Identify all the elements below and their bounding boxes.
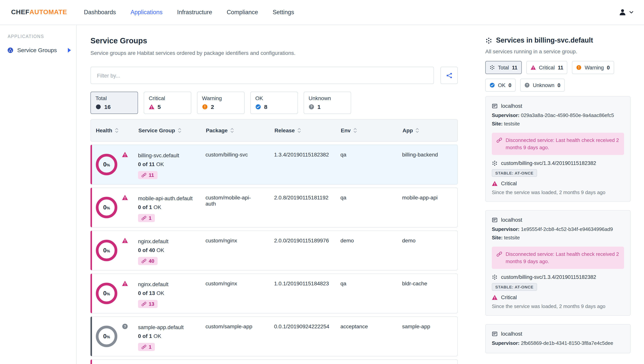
column-header-service-group[interactable]: Service Group bbox=[138, 127, 206, 134]
status-card-ok[interactable]: OK 8 bbox=[250, 92, 298, 114]
user-menu[interactable] bbox=[618, 8, 633, 17]
ok-count-line: 0 of 13 OK bbox=[138, 289, 194, 297]
table-row[interactable]: 0 % nginx.default 0 of 13 OK 1 bbox=[90, 273, 458, 313]
service-group-cell: nginx.default 0 of 40 OK 40 bbox=[138, 236, 206, 265]
column-header-release[interactable]: Release bbox=[274, 127, 341, 134]
nav-dashboards[interactable]: Dashboards bbox=[84, 9, 116, 16]
package-cell: custom/sample-app bbox=[206, 322, 274, 351]
package-cell: custom/nginx bbox=[206, 236, 274, 265]
status-card-count: 2 bbox=[211, 104, 214, 110]
health-status-row: Critical bbox=[492, 181, 624, 186]
sort-icon[interactable] bbox=[298, 128, 301, 133]
env-cell: qa bbox=[340, 279, 402, 308]
supervisor-label: Supervisor: bbox=[492, 226, 520, 232]
chip-critical[interactable]: Critical 11 bbox=[526, 61, 568, 74]
status-card-label: Critical bbox=[149, 95, 186, 101]
chip-total[interactable]: Total 11 bbox=[485, 61, 522, 74]
broken-link-icon bbox=[142, 258, 146, 263]
badge-count: 11 bbox=[149, 172, 154, 178]
service-group-cell: mobile-api-auth.default 0 of 1 OK 1 bbox=[138, 193, 206, 222]
ok-count: 0 of 13 bbox=[138, 290, 155, 296]
ok-count: 0 of 40 bbox=[138, 247, 155, 253]
column-label: Service Group bbox=[138, 127, 175, 134]
table-row[interactable]: 0 % mobile-api-auth.default 0 of 1 OK bbox=[90, 188, 458, 227]
table-row-partial[interactable] bbox=[90, 359, 458, 364]
chip-label: OK bbox=[498, 82, 506, 88]
app-cell: bldr-cache bbox=[402, 279, 457, 308]
chip-label: Total bbox=[498, 65, 509, 70]
service-group-name: mobile-api-auth.default bbox=[138, 194, 194, 202]
app-viewport: CHEFAUTOMATE Dashboards Applications Inf… bbox=[0, 0, 644, 364]
nav-settings[interactable]: Settings bbox=[272, 9, 294, 16]
sort-icon[interactable] bbox=[230, 128, 234, 133]
percent-sign: % bbox=[106, 335, 110, 339]
status-card-label: Unknown bbox=[308, 95, 346, 101]
ok-icon bbox=[490, 83, 495, 88]
service-card[interactable]: localhost Supervisor: 029a3a8a-20ac-4590… bbox=[485, 96, 630, 202]
column-header-package[interactable]: Package bbox=[206, 127, 274, 134]
sort-icon[interactable] bbox=[115, 128, 118, 133]
sidebar-item-service-groups[interactable]: Service Groups bbox=[0, 45, 76, 56]
sort-icon[interactable] bbox=[416, 128, 419, 133]
panel-status-chips: Total 11 Critical 11 Warning 0 OK 0 bbox=[485, 61, 623, 92]
status-card-unknown[interactable]: Unknown 1 bbox=[304, 92, 351, 114]
service-group-name: nginx.default bbox=[138, 280, 194, 288]
table-row[interactable]: 0 % sample-app.default 0 of 1 OK bbox=[90, 316, 458, 356]
table-row[interactable]: 0 % billing-svc.default 0 of 11 OK bbox=[90, 145, 458, 184]
chip-unknown[interactable]: Unknown 0 bbox=[520, 79, 565, 92]
nav-compliance[interactable]: Compliance bbox=[227, 9, 258, 16]
nav-applications[interactable]: Applications bbox=[130, 9, 162, 16]
broken-link-icon bbox=[142, 216, 146, 221]
chip-label: Warning bbox=[585, 65, 604, 70]
broken-link-icon bbox=[496, 251, 502, 257]
brand-logo[interactable]: CHEFAUTOMATE bbox=[11, 9, 67, 16]
env-cell: acceptance bbox=[340, 322, 402, 351]
column-header-health[interactable]: Health bbox=[91, 127, 138, 134]
health-status-label: Critical bbox=[501, 181, 517, 186]
release-cell: 1.0.1/20190115184823 bbox=[274, 279, 340, 308]
host-row: localhost bbox=[492, 103, 624, 109]
column-header-env[interactable]: Env bbox=[341, 127, 402, 134]
env-cell: demo bbox=[340, 236, 402, 265]
brand-chef: CHEF bbox=[11, 9, 30, 16]
supervisor-id: 2fb65869-de1b-4341-8150-3f8a7e4c5dee bbox=[521, 340, 613, 346]
column-label: App bbox=[402, 127, 413, 134]
filter-input[interactable] bbox=[90, 67, 434, 84]
host-name: localhost bbox=[501, 331, 522, 337]
health-ring: 0 % bbox=[96, 240, 117, 261]
status-card-warning[interactable]: Warning 2 bbox=[197, 92, 244, 114]
chip-warning[interactable]: Warning 0 bbox=[572, 61, 614, 74]
sort-icon[interactable] bbox=[353, 128, 357, 133]
ok-suffix: OK bbox=[154, 333, 161, 339]
service-group-name: sample-app.default bbox=[138, 323, 194, 331]
service-card[interactable]: localhost Supervisor: 1e95554f-2cb8-4c52… bbox=[485, 210, 630, 316]
ok-suffix: OK bbox=[156, 161, 164, 167]
supervisor-line: Supervisor: 029a3a8a-20ac-4590-850e-9a4a… bbox=[492, 112, 624, 119]
status-card-critical[interactable]: Critical 5 bbox=[144, 92, 191, 114]
table-header: Health Service Group Package Release bbox=[90, 119, 458, 142]
ok-count-line: 0 of 40 OK bbox=[138, 246, 194, 254]
share-filter-button[interactable] bbox=[440, 67, 458, 84]
package-row: custom/billing-svc/1.3.4/20190115182382 bbox=[492, 274, 624, 280]
broken-link-icon bbox=[496, 137, 502, 143]
release-cell: 2.0.8/20190115181192 bbox=[274, 193, 340, 222]
brand-automate: AUTOMATE bbox=[30, 9, 67, 16]
panel-subtitle: All services running in a service group. bbox=[485, 48, 644, 55]
nav-infrastructure[interactable]: Infrastructure bbox=[177, 9, 212, 16]
release-cell: 1.3.4/20190115182382 bbox=[274, 150, 340, 179]
ok-count-line: 0 of 11 OK bbox=[138, 160, 194, 168]
health-ring: 0 % bbox=[96, 326, 117, 347]
chip-ok[interactable]: OK 0 bbox=[485, 79, 516, 92]
disconnected-count-badge: 1 bbox=[138, 214, 155, 222]
status-card-total[interactable]: Total 16 bbox=[90, 92, 138, 114]
column-header-app[interactable]: App bbox=[402, 127, 457, 134]
host-name: localhost bbox=[501, 103, 522, 109]
disconnected-count-badge: 1 bbox=[138, 343, 155, 351]
sort-icon[interactable] bbox=[178, 128, 181, 133]
critical-icon bbox=[492, 181, 498, 186]
warning-icon bbox=[202, 104, 208, 110]
channel-badge: STABLE: AT-ONCE bbox=[492, 283, 537, 291]
service-card-partial[interactable]: localhost Supervisor: 2fb65869-de1b-4341… bbox=[485, 324, 630, 353]
ok-count-line: 0 of 1 OK bbox=[138, 203, 194, 211]
table-row[interactable]: 0 % nginx.default 0 of 40 OK 4 bbox=[90, 230, 458, 270]
